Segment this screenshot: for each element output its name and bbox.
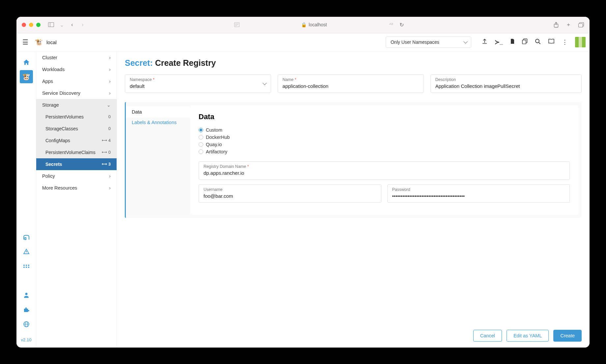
nav-workloads[interactable]: Workloads› (36, 64, 117, 75)
svg-point-23 (26, 267, 27, 268)
rancher-icon: 🐮 (35, 38, 43, 46)
global-nav-rail: 🐮 v2.10 (16, 52, 36, 348)
tabs-icon[interactable] (578, 21, 584, 28)
name-input[interactable] (283, 83, 419, 89)
nav-policy[interactable]: Policy› (36, 170, 117, 182)
nav-cluster[interactable]: Cluster› (36, 52, 117, 64)
nav-configmaps[interactable]: ConfigMaps⟷4 (36, 135, 117, 146)
nav-service-discovery[interactable]: Service Discovery› (36, 87, 117, 99)
back-icon[interactable]: ‹ (69, 21, 75, 28)
chevron-right-icon: › (109, 67, 111, 72)
svg-point-21 (28, 265, 29, 266)
book-icon[interactable] (548, 39, 555, 46)
radio-artifactory[interactable]: Artifactory (199, 148, 570, 155)
password-input[interactable] (392, 193, 565, 199)
cluster-label[interactable]: 🐮 local (35, 38, 57, 46)
nav-secrets[interactable]: Secrets⟷3 (36, 158, 117, 170)
radio-custom[interactable]: Custom (199, 126, 570, 134)
name-field[interactable]: Name * (278, 74, 424, 93)
rail-globe-icon[interactable] (20, 318, 33, 331)
nav-storageclasses[interactable]: StorageClasses0 (36, 123, 117, 135)
nav-more-resources[interactable]: More Resources› (36, 182, 117, 194)
namespace-filter-select[interactable]: Only User Namespaces (386, 37, 471, 48)
maximize-window-icon[interactable] (36, 23, 41, 27)
rail-extensions-icon[interactable] (20, 303, 33, 316)
radio-dockerhub[interactable]: DockerHub (199, 134, 570, 141)
svg-line-15 (539, 42, 540, 44)
cluster-sidenav: Cluster› Workloads› Apps› Service Discov… (36, 52, 117, 348)
translate-icon[interactable]: ᴬᴮ (388, 21, 395, 28)
password-field[interactable]: Password (387, 184, 570, 203)
chevron-down-icon[interactable]: ⌄ (58, 21, 65, 28)
chevron-right-icon: › (109, 173, 111, 179)
app-header: ☰ 🐮 local Only User Namespaces ≻_ (16, 33, 590, 52)
menu-icon[interactable]: ☰ (20, 37, 30, 47)
nav-apps[interactable]: Apps› (36, 75, 117, 87)
radio-dot-icon (199, 128, 203, 132)
svg-rect-16 (25, 238, 26, 240)
browser-window: ⌄ ‹ › 🔒 localhost ᴬᴮ ↻ ＋ ☰ 🐮 local (16, 17, 590, 348)
svg-point-14 (536, 39, 539, 43)
search-icon[interactable] (535, 39, 541, 46)
terminal-icon[interactable]: ≻_ (495, 39, 503, 46)
document-icon[interactable] (510, 39, 515, 46)
svg-rect-13 (522, 40, 526, 44)
username-field[interactable]: Username (199, 184, 381, 203)
chevron-right-icon: › (109, 79, 111, 84)
cancel-button[interactable]: Cancel (473, 330, 502, 342)
kebab-menu-icon[interactable]: ⋮ (562, 39, 568, 46)
forward-icon[interactable]: › (79, 21, 86, 28)
minimize-window-icon[interactable] (29, 23, 33, 27)
lock-icon: 🔒 (301, 22, 307, 27)
rail-home[interactable] (20, 56, 33, 69)
nav-pvc[interactable]: PersistentVolumeClaims⟷0 (36, 146, 117, 158)
close-window-icon[interactable] (22, 23, 26, 27)
tab-labels-annotations[interactable]: Labels & Annotations (126, 117, 190, 128)
header-action-icons: ≻_ ⋮ (482, 39, 568, 46)
nav-persistentvolumes[interactable]: PersistentVolumes0 (36, 111, 117, 123)
brand-logo (575, 37, 586, 47)
description-field[interactable]: Description (430, 74, 582, 93)
copy-icon[interactable] (522, 39, 528, 46)
svg-point-19 (23, 265, 25, 266)
radio-dot-icon (199, 142, 203, 147)
description-input[interactable] (435, 83, 577, 89)
share-icon[interactable] (553, 21, 559, 28)
main-content: Secret: Create Registry Namespace * defa… (117, 52, 590, 348)
registry-domain-field[interactable]: Registry Domain Name * (199, 161, 570, 180)
namespace-select[interactable]: Namespace * default (125, 74, 271, 93)
url-host: localhost (309, 22, 327, 27)
rail-apps-icon[interactable] (20, 231, 33, 244)
nav-storage[interactable]: Storage⌄ (36, 99, 117, 111)
rail-user-icon[interactable] (20, 289, 33, 302)
svg-rect-9 (578, 23, 583, 27)
panel-tabs: Data Labels & Annotations (126, 102, 190, 218)
address-bar[interactable]: 🔒 localhost (244, 22, 384, 27)
section-heading: Data (199, 113, 570, 121)
chevron-right-icon: › (109, 55, 111, 60)
rail-continuous-delivery-icon[interactable] (20, 260, 33, 273)
traffic-lights (22, 23, 41, 27)
version-label: v2.10 (21, 332, 32, 348)
tab-data[interactable]: Data (126, 107, 190, 117)
upload-icon[interactable] (482, 39, 487, 46)
reload-icon[interactable]: ↻ (399, 21, 405, 28)
radio-dot-icon (199, 135, 203, 140)
registry-domain-input[interactable] (204, 170, 565, 176)
form-panel: Data Labels & Annotations Data Custom Do… (125, 102, 582, 218)
form-footer: Cancel Edit as YAML Create (473, 330, 582, 342)
svg-point-24 (28, 267, 29, 268)
svg-point-25 (25, 293, 27, 295)
sidebar-toggle-icon[interactable] (48, 21, 54, 28)
radio-dot-icon (199, 149, 203, 154)
new-tab-icon[interactable]: ＋ (565, 21, 572, 28)
create-button[interactable]: Create (553, 330, 582, 342)
edit-as-yaml-button[interactable]: Edit as YAML (507, 330, 549, 342)
titlebar: ⌄ ‹ › 🔒 localhost ᴬᴮ ↻ ＋ (16, 17, 590, 33)
radio-quay[interactable]: Quay.io (199, 141, 570, 148)
rail-compliance-icon[interactable] (20, 245, 33, 258)
chevron-down-icon: ⌄ (107, 102, 111, 108)
reader-icon[interactable] (234, 21, 240, 28)
username-input[interactable] (204, 193, 376, 199)
rail-cluster[interactable]: 🐮 (20, 70, 33, 83)
